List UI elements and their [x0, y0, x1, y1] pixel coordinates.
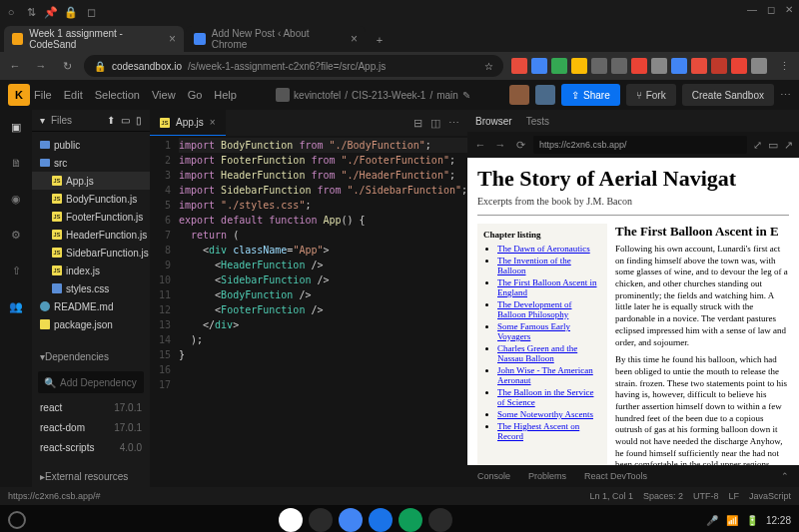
- extension-icon[interactable]: [711, 58, 727, 74]
- file-styles-css[interactable]: styles.css: [32, 279, 150, 297]
- new-folder-icon[interactable]: ▭: [121, 115, 130, 126]
- battery-icon[interactable]: 🔋: [746, 515, 758, 526]
- taskbar-app-photos[interactable]: [339, 508, 363, 532]
- user-avatar[interactable]: [509, 85, 529, 105]
- new-file-icon[interactable]: ▯: [136, 115, 142, 126]
- chapter-link[interactable]: Some Noteworthy Ascents: [497, 409, 601, 419]
- tab-browser[interactable]: Browser: [475, 116, 512, 127]
- star-icon[interactable]: ☆: [484, 61, 493, 72]
- reload-button[interactable]: ↻: [58, 57, 76, 75]
- mic-icon[interactable]: 🎤: [706, 515, 718, 526]
- forward-button[interactable]: →: [32, 57, 50, 75]
- forward-button[interactable]: →: [493, 139, 507, 151]
- code-editor[interactable]: 1234567891011121314151617 import BodyFun…: [150, 136, 467, 487]
- tab-tests[interactable]: Tests: [526, 116, 549, 127]
- launcher-button[interactable]: [8, 511, 26, 529]
- file-package-json[interactable]: package.json: [32, 315, 150, 333]
- chapter-link[interactable]: Charles Green and the Nassau Balloon: [497, 343, 601, 363]
- add-dependency-input[interactable]: 🔍Add Dependency: [38, 371, 144, 393]
- github-icon[interactable]: ◉: [7, 190, 25, 208]
- chapter-link[interactable]: The First Balloon Ascent in England: [497, 277, 601, 297]
- external-resources-header[interactable]: ▸ External resources: [32, 465, 150, 487]
- file-FooterFunction-js[interactable]: JSFooterFunction.js: [32, 208, 150, 226]
- create-sandbox-button[interactable]: Create Sandbox: [682, 84, 774, 106]
- more-button[interactable]: ⋯: [780, 89, 791, 102]
- codesandbox-logo[interactable]: K: [8, 84, 30, 106]
- taskbar-app-chrome[interactable]: [279, 508, 303, 532]
- language-mode[interactable]: JavaScript: [749, 491, 791, 501]
- taskbar-app-clipboard[interactable]: [309, 508, 333, 532]
- tab-close-icon[interactable]: ×: [169, 32, 176, 46]
- user-avatar[interactable]: [535, 85, 555, 105]
- chevron-up-icon[interactable]: ⌃: [781, 471, 789, 481]
- extension-icon[interactable]: [591, 58, 607, 74]
- tab-react-devtools[interactable]: React DevTools: [584, 471, 647, 481]
- clock[interactable]: 12:28: [766, 515, 791, 526]
- maximize-button[interactable]: ◻: [767, 4, 775, 15]
- chevron-down-icon[interactable]: ▾: [40, 115, 45, 126]
- menu-go[interactable]: Go: [188, 89, 203, 101]
- back-button[interactable]: ←: [473, 139, 487, 151]
- chapter-link[interactable]: The Highest Ascent on Record: [497, 421, 601, 441]
- menu-selection[interactable]: Selection: [95, 89, 140, 101]
- encoding[interactable]: UTF-8: [693, 491, 719, 501]
- file-index-js[interactable]: JSindex.js: [32, 262, 150, 279]
- chapter-link[interactable]: The Invention of the Balloon: [497, 256, 601, 275]
- extension-icon[interactable]: [751, 58, 767, 74]
- file-App-js[interactable]: JSApp.js: [32, 172, 150, 190]
- extension-icon[interactable]: [531, 58, 547, 74]
- dependencies-header[interactable]: ▾ Dependencies: [32, 345, 150, 367]
- extension-icon[interactable]: [571, 58, 587, 74]
- open-new-icon[interactable]: ↗: [784, 139, 793, 152]
- code-content[interactable]: import BodyFunction from "./BodyFunction…: [179, 136, 467, 487]
- close-icon[interactable]: ×: [210, 117, 216, 128]
- browser-tab[interactable]: Week 1 assignment - CodeSand ×: [4, 26, 184, 52]
- browser-tab[interactable]: Add New Post ‹ About Chrome ×: [186, 26, 366, 52]
- breadcrumb-branch[interactable]: main: [436, 90, 458, 101]
- expand-icon[interactable]: ⤢: [753, 139, 762, 152]
- dependency-react-dom[interactable]: react-dom17.0.1: [32, 417, 150, 437]
- file-icon[interactable]: 🗎: [7, 154, 25, 172]
- menu-view[interactable]: View: [152, 89, 176, 101]
- extension-icon[interactable]: [611, 58, 627, 74]
- close-button[interactable]: ✕: [785, 4, 793, 15]
- indent-setting[interactable]: Spaces: 2: [643, 491, 683, 501]
- rocket-icon[interactable]: ⇧: [7, 262, 25, 279]
- cursor-position[interactable]: Ln 1, Col 1: [589, 491, 633, 501]
- taskbar-app-messages[interactable]: [399, 508, 422, 532]
- tab-console[interactable]: Console: [477, 471, 510, 481]
- file-HeaderFunction-js[interactable]: JSHeaderFunction.js: [32, 226, 150, 244]
- tab-close-icon[interactable]: ×: [351, 32, 358, 46]
- split-icon[interactable]: ◫: [430, 117, 440, 130]
- extension-icon[interactable]: [551, 58, 567, 74]
- more-icon[interactable]: ⋯: [448, 117, 459, 130]
- extension-icon[interactable]: [691, 58, 707, 74]
- chapter-link[interactable]: The Development of Balloon Philosophy: [497, 299, 601, 319]
- eol[interactable]: LF: [728, 491, 739, 501]
- tab-problems[interactable]: Problems: [528, 471, 566, 481]
- preview-url-input[interactable]: https://c2xn6.csb.app/: [533, 136, 747, 154]
- taskbar-app-terminal[interactable]: [428, 508, 452, 532]
- file-src[interactable]: src: [32, 154, 150, 172]
- chapter-link[interactable]: The Dawn of Aeronautics: [497, 244, 601, 254]
- chapter-link[interactable]: The Balloon in the Service of Science: [497, 387, 601, 407]
- reload-button[interactable]: ⟳: [513, 139, 527, 152]
- dependency-react[interactable]: react17.0.1: [32, 397, 150, 417]
- share-button[interactable]: ⇪Share: [561, 84, 620, 106]
- extension-icon[interactable]: [731, 58, 747, 74]
- upload-icon[interactable]: ⬆: [107, 115, 115, 126]
- explorer-icon[interactable]: ▣: [7, 118, 25, 136]
- minimize-button[interactable]: —: [747, 4, 757, 15]
- menu-help[interactable]: Help: [214, 89, 237, 101]
- menu-edit[interactable]: Edit: [64, 89, 83, 101]
- menu-button[interactable]: ⋮: [775, 57, 793, 75]
- users-icon[interactable]: 👥: [7, 297, 25, 315]
- menu-file[interactable]: File: [34, 89, 52, 101]
- extension-icon[interactable]: [511, 58, 527, 74]
- extension-icon[interactable]: [631, 58, 647, 74]
- file-BodyFunction-js[interactable]: JSBodyFunction.js: [32, 190, 150, 208]
- fork-button[interactable]: ⑂Fork: [626, 84, 676, 106]
- breadcrumb-repo[interactable]: CIS-213-Week-1: [352, 90, 425, 101]
- address-bar[interactable]: 🔒 codesandbox.io/s/week-1-assignment-c2x…: [84, 55, 503, 77]
- settings-icon[interactable]: ⚙: [7, 226, 25, 244]
